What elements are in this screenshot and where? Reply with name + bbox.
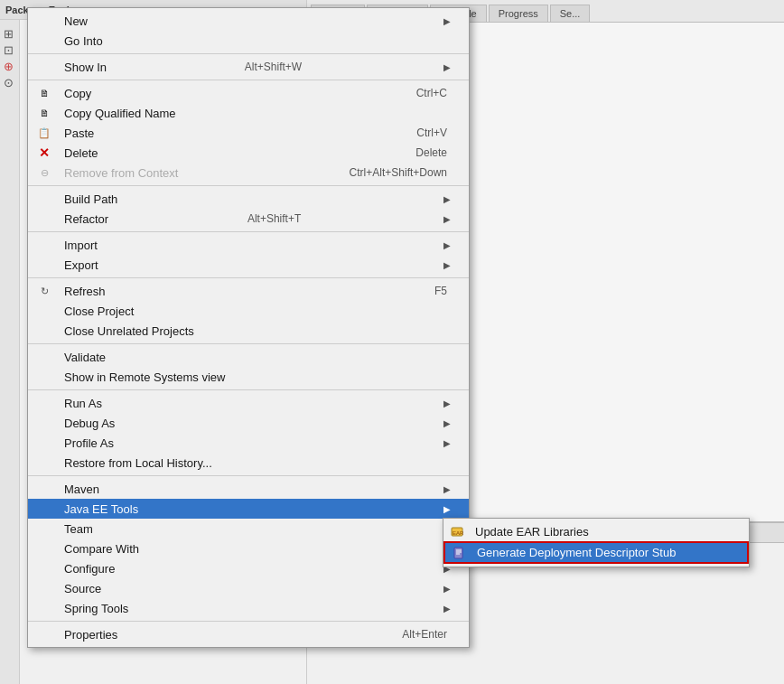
menu-label-paste: Paste <box>64 126 94 140</box>
menu-label-import: Import <box>64 239 98 252</box>
paste-icon: 📋 <box>35 126 53 140</box>
menu-label-validate: Validate <box>64 351 106 364</box>
delete-icon: ✕ <box>35 145 53 160</box>
svg-rect-2 <box>454 548 462 558</box>
submenu-label-update-ear: Update EAR Libraries <box>475 525 589 539</box>
shortcut-refactor: Alt+Shift+T <box>247 212 304 225</box>
java-ee-tools-submenu: EAR Update EAR Libraries Generate Deploy… <box>443 518 750 567</box>
menu-label-java-ee-tools: Java EE Tools <box>64 502 138 516</box>
arrow-icon-export: ▶ <box>443 260 451 270</box>
menu-label-debug-as: Debug As <box>64 417 115 430</box>
menu-item-copy[interactable]: 🗎 Copy Ctrl+C <box>28 83 469 103</box>
menu-item-show-remote[interactable]: Show in Remote Systems view <box>28 367 469 387</box>
context-menu: New ▶ Go Into Show In Alt+Shift+W ▶ 🗎 Co… <box>27 7 470 648</box>
menu-item-source[interactable]: Source ▶ <box>28 578 469 598</box>
shortcut-copy: Ctrl+C <box>416 87 451 99</box>
shortcut-properties: Alt+Enter <box>402 628 451 641</box>
copy-qualified-icon: 🗎 <box>35 106 53 120</box>
menu-item-new[interactable]: New ▶ <box>28 11 469 31</box>
menu-item-profile-as[interactable]: Profile As ▶ <box>28 433 469 453</box>
menu-item-refactor[interactable]: Refactor Alt+Shift+T ▶ <box>28 209 469 229</box>
submenu-item-update-ear[interactable]: EAR Update EAR Libraries <box>443 521 749 541</box>
arrow-icon-refactor: ▶ <box>443 214 451 224</box>
menu-item-close-unrelated[interactable]: Close Unrelated Projects <box>28 321 469 341</box>
menu-item-properties[interactable]: Properties Alt+Enter <box>28 624 469 644</box>
arrow-icon-profile-as: ▶ <box>443 438 451 448</box>
sidebar-icon-2[interactable]: ⊡ <box>0 42 16 58</box>
menu-label-copy: Copy <box>64 87 91 100</box>
arrow-icon-import: ▶ <box>443 240 451 250</box>
menu-item-refresh[interactable]: ↻ Refresh F5 <box>28 281 469 301</box>
separator-4 <box>28 231 469 232</box>
menu-item-team[interactable]: Team ▶ <box>28 519 469 539</box>
remove-context-icon: ⊖ <box>35 165 53 180</box>
arrow-icon-build-path: ▶ <box>443 194 451 204</box>
shortcut-remove-context: Ctrl+Alt+Shift+Down <box>350 166 451 179</box>
menu-item-build-path[interactable]: Build Path ▶ <box>28 189 469 209</box>
menu-label-refresh: Refresh <box>64 285 106 298</box>
arrow-icon-debug-as: ▶ <box>443 418 451 428</box>
arrow-icon-java-ee-tools: ▶ <box>443 504 451 514</box>
update-ear-icon: EAR <box>449 524 465 539</box>
arrow-icon-new: ▶ <box>443 16 451 26</box>
copy-icon: 🗎 <box>35 86 53 100</box>
menu-label-profile-as: Profile As <box>64 436 114 450</box>
sidebar-icon-1[interactable]: ⊞ <box>0 25 16 42</box>
menu-item-copy-qualified[interactable]: 🗎 Copy Qualified Name <box>28 103 469 123</box>
menu-label-show-remote: Show in Remote Systems view <box>64 370 225 384</box>
refresh-icon: ↻ <box>35 284 53 298</box>
menu-label-export: Export <box>64 258 98 272</box>
shortcut-show-in: Alt+Shift+W <box>245 61 305 73</box>
shortcut-delete: Delete <box>415 146 451 159</box>
menu-item-paste[interactable]: 📋 Paste Ctrl+V <box>28 123 469 143</box>
menu-label-configure: Configure <box>64 562 115 576</box>
menu-item-import[interactable]: Import ▶ <box>28 235 469 255</box>
menu-label-source: Source <box>64 582 101 595</box>
separator-5 <box>28 277 469 278</box>
separator-3 <box>28 185 469 186</box>
menu-item-run-as[interactable]: Run As ▶ <box>28 393 469 413</box>
separator-2 <box>28 80 469 80</box>
sidebar-icon-4[interactable]: ⊙ <box>0 74 16 90</box>
generate-deployment-icon <box>451 546 467 560</box>
arrow-icon-run-as: ▶ <box>443 398 451 408</box>
menu-label-go-into: Go Into <box>64 34 103 48</box>
separator-9 <box>28 621 469 622</box>
sidebar-icon-3[interactable]: ⊕ <box>0 58 16 74</box>
menu-item-go-into[interactable]: Go Into <box>28 31 469 51</box>
menu-label-copy-qualified: Copy Qualified Name <box>64 107 176 120</box>
submenu-label-generate-deployment: Generate Deployment Descriptor Stub <box>477 546 676 559</box>
menu-item-java-ee-tools[interactable]: Java EE Tools ▶ <box>28 499 469 519</box>
menu-item-remove-context: ⊖ Remove from Context Ctrl+Alt+Shift+Dow… <box>28 163 469 183</box>
left-sidebar-strip: ⊞ ⊡ ⊕ ⊙ <box>0 20 20 684</box>
menu-label-close-unrelated: Close Unrelated Projects <box>64 324 194 338</box>
menu-label-remove-context: Remove from Context <box>64 166 178 180</box>
menu-item-spring-tools[interactable]: Spring Tools ▶ <box>28 598 469 618</box>
menu-item-delete[interactable]: ✕ Delete Delete <box>28 143 469 163</box>
menu-item-export[interactable]: Export ▶ <box>28 255 469 275</box>
arrow-icon-show-in: ▶ <box>443 62 451 72</box>
tab-se[interactable]: Se... <box>550 5 591 22</box>
shortcut-refresh: F5 <box>434 285 451 297</box>
menu-item-compare-with[interactable]: Compare With ▶ <box>28 539 469 558</box>
separator-8 <box>28 475 469 476</box>
menu-item-maven[interactable]: Maven ▶ <box>28 479 469 499</box>
menu-label-restore-history: Restore from Local History... <box>64 456 212 470</box>
menu-item-show-in[interactable]: Show In Alt+Shift+W ▶ <box>28 57 469 77</box>
separator-1 <box>28 53 469 54</box>
svg-text:EAR: EAR <box>453 530 463 536</box>
tab-progress[interactable]: Progress <box>489 5 548 22</box>
menu-item-restore-history[interactable]: Restore from Local History... <box>28 453 469 473</box>
menu-item-close-project[interactable]: Close Project <box>28 301 469 321</box>
menu-item-debug-as[interactable]: Debug As ▶ <box>28 413 469 433</box>
menu-item-validate[interactable]: Validate <box>28 347 469 367</box>
menu-label-maven: Maven <box>64 483 99 496</box>
menu-item-configure[interactable]: Configure ▶ <box>28 558 469 578</box>
menu-label-properties: Properties <box>64 628 117 642</box>
menu-label-team: Team <box>64 522 93 536</box>
submenu-item-generate-deployment[interactable]: Generate Deployment Descriptor Stub <box>443 541 749 564</box>
menu-label-build-path: Build Path <box>64 192 117 206</box>
arrow-icon-spring-tools: ▶ <box>443 604 451 614</box>
arrow-icon-maven: ▶ <box>443 484 451 494</box>
menu-label-close-project: Close Project <box>64 305 134 318</box>
